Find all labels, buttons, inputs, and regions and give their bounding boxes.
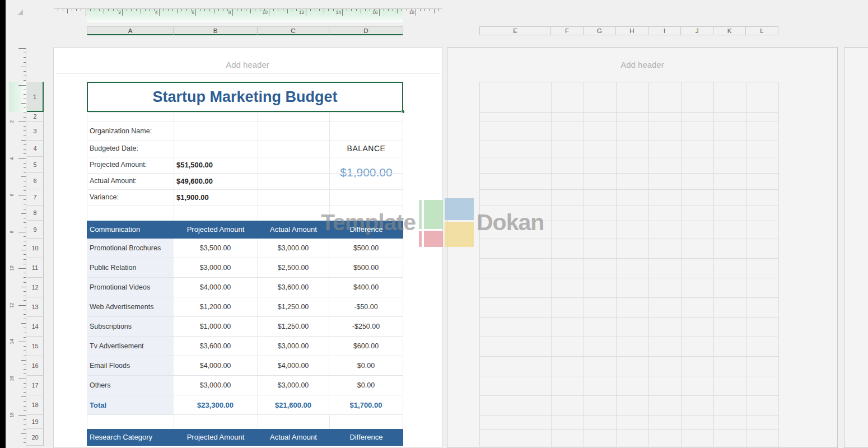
table-cell[interactable]: $4,000.00 — [174, 278, 258, 297]
row-header-15[interactable]: 15 — [27, 337, 44, 356]
ruler-tick-v — [24, 328, 26, 328]
row-header-12[interactable]: 12 — [27, 278, 44, 297]
column-header-G[interactable]: G — [584, 26, 616, 35]
table-cell[interactable]: $3,000.00 — [174, 258, 258, 278]
column-header-E[interactable]: E — [479, 26, 551, 35]
gridline — [479, 446, 778, 446]
table-cell[interactable]: $3,600.00 — [258, 278, 329, 297]
row-header-8[interactable]: 8 — [27, 206, 44, 221]
ruler-number-v: 4 — [9, 154, 17, 163]
table-cell[interactable]: $1,000.00 — [174, 317, 258, 337]
ruler-tick-h — [136, 9, 137, 11]
table-cell[interactable]: $1,250.00 — [258, 297, 329, 317]
table-cell[interactable]: Subscriptions — [87, 317, 174, 337]
table-cell[interactable]: $500.00 — [329, 258, 403, 278]
page1-add-header[interactable]: Add header — [164, 60, 332, 69]
column-header-F[interactable]: F — [551, 26, 584, 35]
ruler-tick-v — [21, 176, 26, 177]
ruler-tick-v — [24, 136, 26, 136]
table-cell[interactable]: Promotional Brochures — [87, 239, 174, 258]
table-cell[interactable]: $2,500.00 — [258, 258, 329, 278]
row-header-20[interactable]: 20 — [27, 429, 44, 446]
ruler-tick-v — [24, 167, 26, 168]
ruler-tick-h — [365, 9, 366, 11]
row-header-19[interactable]: 19 — [27, 415, 44, 429]
table-cell[interactable]: $0.00 — [329, 356, 403, 376]
ruler-tick-h — [168, 9, 169, 11]
column-header-H[interactable]: H — [616, 26, 648, 35]
row-header-5[interactable]: 5 — [27, 157, 44, 173]
row-header-14[interactable]: 14 — [27, 317, 44, 337]
gridline — [87, 112, 403, 113]
table-total-cell[interactable]: Total — [87, 395, 174, 415]
table-cell[interactable]: $0.00 — [329, 376, 403, 395]
page2-add-header[interactable]: Add header — [558, 60, 726, 69]
table-cell[interactable]: -$50.00 — [329, 297, 403, 317]
ruler-tick-v — [24, 53, 26, 53]
ruler-tick-v — [24, 442, 26, 443]
table-cell[interactable]: $400.00 — [329, 278, 403, 297]
column-header-L[interactable]: L — [746, 26, 778, 35]
table-cell[interactable]: $3,000.00 — [258, 337, 329, 356]
table-cell[interactable]: Public Relation — [87, 258, 174, 278]
info-value[interactable]: $1,900.00 — [176, 189, 258, 206]
row-header-6[interactable]: 6 — [27, 173, 44, 189]
ruler-number-h: 8 — [223, 10, 231, 15]
ruler-tick-v — [24, 374, 26, 374]
table-cell[interactable]: Web Advertisements — [87, 297, 174, 317]
table-cell[interactable]: Email Floods — [87, 356, 174, 376]
table-cell[interactable]: -$250.00 — [329, 317, 403, 337]
row-header-1[interactable]: 1 — [27, 82, 44, 112]
row-header-16[interactable]: 16 — [27, 356, 44, 376]
info-value[interactable]: $49,600.00 — [176, 173, 258, 189]
table-total-cell[interactable]: $1,700.00 — [329, 395, 403, 415]
table-total-cell[interactable]: $23,300.00 — [174, 395, 258, 415]
ruler-tick-v — [24, 172, 26, 172]
column-header-D[interactable]: D — [329, 26, 403, 35]
column-header-C[interactable]: C — [258, 26, 329, 35]
table-cell[interactable]: $4,000.00 — [258, 356, 329, 376]
ruler-tick-h — [420, 9, 421, 11]
ruler-tick-v — [24, 113, 26, 113]
table-cell[interactable]: Tv Advertisement — [87, 337, 174, 356]
ruler-number-v: 2 — [9, 117, 17, 126]
row-header-2[interactable]: 2 — [27, 112, 44, 122]
table-cell[interactable]: $600.00 — [329, 337, 403, 356]
page1-header-divider — [56, 73, 441, 74]
table-cell[interactable]: $3,500.00 — [174, 239, 258, 258]
row-header-9[interactable]: 9 — [27, 221, 44, 239]
row-header-3[interactable]: 3 — [27, 122, 44, 141]
row-header-7[interactable]: 7 — [27, 189, 44, 206]
table-cell[interactable]: $4,000.00 — [174, 356, 258, 376]
ruler-tick-h — [287, 9, 288, 13]
ruler-tick-v — [24, 291, 26, 292]
row-header-18[interactable]: 18 — [27, 395, 44, 415]
table-cell[interactable]: $1,200.00 — [174, 297, 258, 317]
column-header-A[interactable]: A — [87, 26, 174, 35]
column-header-J[interactable]: J — [681, 26, 713, 35]
table-cell[interactable]: $3,000.00 — [258, 376, 329, 395]
table-total-cell[interactable]: $21,600.00 — [258, 395, 329, 415]
table-cell[interactable]: Others — [87, 376, 174, 395]
table-cell[interactable]: $1,250.00 — [258, 317, 329, 337]
row-header-11[interactable]: 11 — [27, 258, 44, 278]
ruler-tick-h — [122, 9, 123, 16]
row-header-13[interactable]: 13 — [27, 297, 44, 317]
row-header-4[interactable]: 4 — [27, 141, 44, 157]
ruler-tick-v — [24, 337, 26, 338]
column-header-B[interactable]: B — [174, 26, 258, 35]
column-header-I[interactable]: I — [648, 26, 681, 35]
table-cell[interactable]: Promotional Videos — [87, 278, 174, 297]
column-header-K[interactable]: K — [713, 26, 746, 35]
table-cell[interactable]: $3,000.00 — [174, 376, 258, 395]
table-cell[interactable]: $3,600.00 — [174, 337, 258, 356]
row-header-17[interactable]: 17 — [27, 376, 44, 395]
table-cell[interactable]: $3,000.00 — [258, 239, 329, 258]
table-cell[interactable]: $500.00 — [329, 239, 403, 258]
ruler-tick-v — [24, 254, 26, 255]
info-value[interactable]: $51,500.00 — [176, 157, 258, 173]
ruler-tick-v — [18, 48, 26, 49]
ruler-tick-h — [95, 9, 95, 11]
ruler-tick-h — [86, 9, 86, 16]
row-header-10[interactable]: 10 — [27, 239, 44, 258]
